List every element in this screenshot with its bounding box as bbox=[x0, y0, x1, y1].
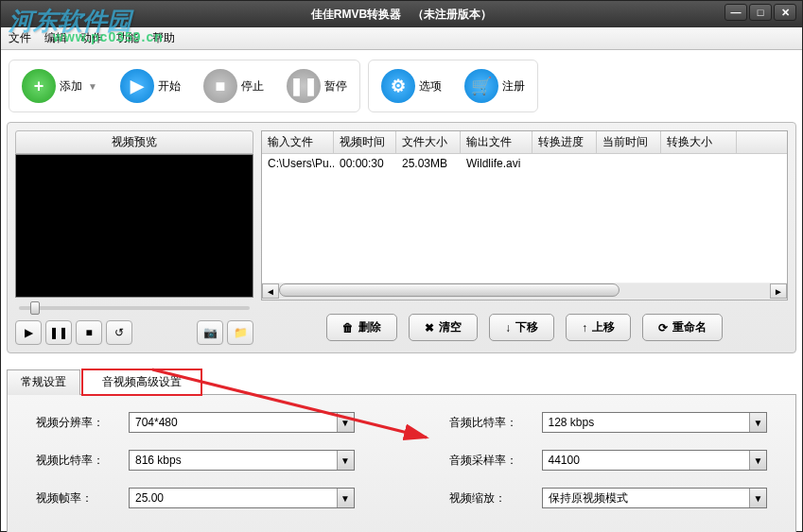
preview-stop-button[interactable]: ■ bbox=[76, 320, 102, 345]
main-toolbar: + 添加 ▼ ▶ 开始 ■ 停止 ❚❚ 暂停 ⚙ bbox=[7, 56, 796, 122]
seek-slider[interactable] bbox=[15, 298, 253, 318]
preview-play-button[interactable]: ▶ bbox=[15, 320, 42, 345]
refresh-icon: ⟳ bbox=[658, 321, 668, 335]
video-bitrate-label: 视频比特率： bbox=[36, 453, 112, 469]
chevron-down-icon[interactable]: ▼ bbox=[749, 413, 766, 432]
stop-button[interactable]: ■ 停止 bbox=[195, 64, 272, 108]
chevron-down-icon[interactable]: ▼ bbox=[337, 451, 354, 470]
preview-loop-button[interactable]: ↺ bbox=[106, 320, 132, 345]
fps-label: 视频帧率： bbox=[36, 490, 112, 506]
advanced-settings-panel: 视频分辨率： 704*480 ▼ 音频比特率： 128 kbps ▼ 视频比特率… bbox=[7, 394, 796, 532]
chevron-down-icon[interactable]: ▼ bbox=[337, 413, 354, 432]
register-label: 注册 bbox=[502, 78, 525, 94]
scroll-thumb[interactable] bbox=[279, 283, 620, 297]
stop-label: 停止 bbox=[241, 78, 264, 94]
menu-edit[interactable]: 编辑 bbox=[44, 30, 67, 46]
gear-icon: ⚙ bbox=[381, 69, 415, 103]
app-window: 河东软件园 www.pc0359.cn 佳佳RMVB转换器 （未注册版本） — … bbox=[0, 0, 803, 532]
scroll-left-button[interactable]: ◄ bbox=[262, 283, 279, 299]
delete-button[interactable]: 🗑删除 bbox=[326, 314, 397, 341]
chevron-down-icon[interactable]: ▼ bbox=[749, 451, 766, 470]
field-fps: 视频帧率： 25.00 ▼ bbox=[36, 488, 355, 508]
minimize-button[interactable]: — bbox=[724, 4, 747, 21]
resolution-combo[interactable]: 704*480 ▼ bbox=[129, 412, 355, 433]
rename-button[interactable]: ⟳重命名 bbox=[642, 314, 723, 341]
tab-advanced[interactable]: 音视频高级设置 bbox=[82, 369, 201, 395]
settings-tabs: 常规设置 音视频高级设置 视频分辨率： 704*480 ▼ 音频比特率： 128… bbox=[7, 369, 796, 532]
register-button[interactable]: 🛒 注册 bbox=[456, 64, 533, 108]
file-list-pane: 输入文件 视频时间 文件大小 输出文件 转换进度 当前时间 转换大小 C:\Us… bbox=[261, 130, 788, 345]
cell-size: 25.03MB bbox=[396, 154, 461, 173]
client-area: + 添加 ▼ ▶ 开始 ■ 停止 ❚❚ 暂停 ⚙ bbox=[1, 50, 802, 531]
horizontal-scrollbar[interactable]: ◄ ► bbox=[262, 283, 787, 300]
preview-title: 视频预览 bbox=[15, 130, 253, 154]
open-folder-button[interactable]: 📁 bbox=[227, 320, 253, 345]
window-controls: — □ ✕ bbox=[724, 4, 796, 21]
menu-help[interactable]: 帮助 bbox=[152, 30, 175, 46]
col-output[interactable]: 输出文件 bbox=[461, 131, 532, 153]
chevron-down-icon[interactable]: ▼ bbox=[337, 489, 354, 507]
pause-button[interactable]: ❚❚ 暂停 bbox=[278, 64, 356, 108]
scroll-right-button[interactable]: ► bbox=[770, 283, 787, 299]
col-current[interactable]: 当前时间 bbox=[597, 131, 661, 153]
arrow-down-icon: ↓ bbox=[505, 321, 511, 335]
middle-section: 视频预览 ▶ ❚❚ ■ ↺ 📷 📁 输入文件 bbox=[7, 122, 796, 353]
close-button[interactable]: ✕ bbox=[774, 4, 796, 21]
start-label: 开始 bbox=[158, 78, 181, 94]
menu-function[interactable]: 功能 bbox=[116, 30, 139, 46]
field-audio-sample: 音频采样率： 44100 ▼ bbox=[449, 450, 768, 471]
field-video-bitrate: 视频比特率： 816 kbps ▼ bbox=[36, 450, 355, 471]
menu-action[interactable]: 动作 bbox=[80, 30, 103, 46]
cart-icon: 🛒 bbox=[464, 69, 498, 103]
move-down-button[interactable]: ↓下移 bbox=[489, 314, 554, 341]
add-label: 添加 bbox=[60, 78, 82, 94]
audio-sample-label: 音频采样率： bbox=[449, 453, 525, 469]
add-button[interactable]: + 添加 ▼ bbox=[13, 64, 106, 108]
x-icon: ✖ bbox=[425, 321, 434, 335]
col-duration[interactable]: 视频时间 bbox=[334, 131, 396, 153]
title-bar: 佳佳RMVB转换器 （未注册版本） — □ ✕ bbox=[1, 1, 802, 27]
table-row[interactable]: C:\Users\Pu... 00:00:30 25.03MB Wildlife… bbox=[262, 154, 787, 173]
options-button[interactable]: ⚙ 选项 bbox=[373, 64, 450, 108]
audio-bitrate-label: 音频比特率： bbox=[449, 415, 525, 431]
audio-bitrate-combo[interactable]: 128 kbps ▼ bbox=[542, 412, 768, 433]
col-convsize[interactable]: 转换大小 bbox=[661, 131, 737, 153]
cell-convsize bbox=[661, 154, 737, 173]
preview-pause-button[interactable]: ❚❚ bbox=[45, 320, 72, 345]
tab-general[interactable]: 常规设置 bbox=[7, 369, 80, 395]
start-button[interactable]: ▶ 开始 bbox=[112, 64, 189, 108]
options-label: 选项 bbox=[419, 78, 442, 94]
pause-icon: ❚❚ bbox=[287, 69, 321, 103]
fps-combo[interactable]: 25.00 ▼ bbox=[129, 488, 355, 508]
audio-sample-combo[interactable]: 44100 ▼ bbox=[542, 450, 768, 471]
move-up-button[interactable]: ↑上移 bbox=[566, 314, 631, 341]
chevron-down-icon[interactable]: ▼ bbox=[749, 489, 766, 507]
cell-current bbox=[597, 154, 661, 173]
table-header: 输入文件 视频时间 文件大小 输出文件 转换进度 当前时间 转换大小 bbox=[262, 131, 787, 154]
pause-label: 暂停 bbox=[324, 78, 347, 94]
scale-combo[interactable]: 保持原视频模式 ▼ bbox=[542, 488, 768, 508]
menu-file[interactable]: 文件 bbox=[9, 30, 31, 46]
resolution-label: 视频分辨率： bbox=[36, 415, 112, 431]
field-resolution: 视频分辨率： 704*480 ▼ bbox=[36, 412, 355, 433]
clear-button[interactable]: ✖清空 bbox=[409, 314, 478, 341]
cell-output: Wildlife.avi bbox=[461, 154, 532, 173]
stop-icon: ■ bbox=[203, 69, 237, 103]
cell-progress bbox=[532, 154, 597, 173]
col-progress[interactable]: 转换进度 bbox=[532, 131, 597, 153]
snapshot-button[interactable]: 📷 bbox=[197, 320, 223, 345]
slider-thumb[interactable] bbox=[30, 301, 40, 315]
maximize-button[interactable]: □ bbox=[749, 4, 772, 21]
video-bitrate-combo[interactable]: 816 kbps ▼ bbox=[129, 450, 355, 471]
col-size[interactable]: 文件大小 bbox=[396, 131, 461, 153]
menu-bar: 文件 编辑 动作 功能 帮助 bbox=[1, 27, 802, 50]
chevron-down-icon[interactable]: ▼ bbox=[88, 81, 97, 92]
cell-input: C:\Users\Pu... bbox=[262, 154, 334, 173]
window-title: 佳佳RMVB转换器 （未注册版本） bbox=[311, 7, 492, 23]
plus-icon: + bbox=[22, 69, 56, 103]
preview-controls: ▶ ❚❚ ■ ↺ 📷 📁 bbox=[15, 320, 253, 345]
col-input[interactable]: 输入文件 bbox=[262, 131, 334, 153]
list-action-bar: 🗑删除 ✖清空 ↓下移 ↑上移 ⟳重命名 bbox=[261, 314, 788, 341]
cell-duration: 00:00:30 bbox=[334, 154, 396, 173]
field-scale: 视频缩放： 保持原视频模式 ▼ bbox=[449, 488, 768, 508]
